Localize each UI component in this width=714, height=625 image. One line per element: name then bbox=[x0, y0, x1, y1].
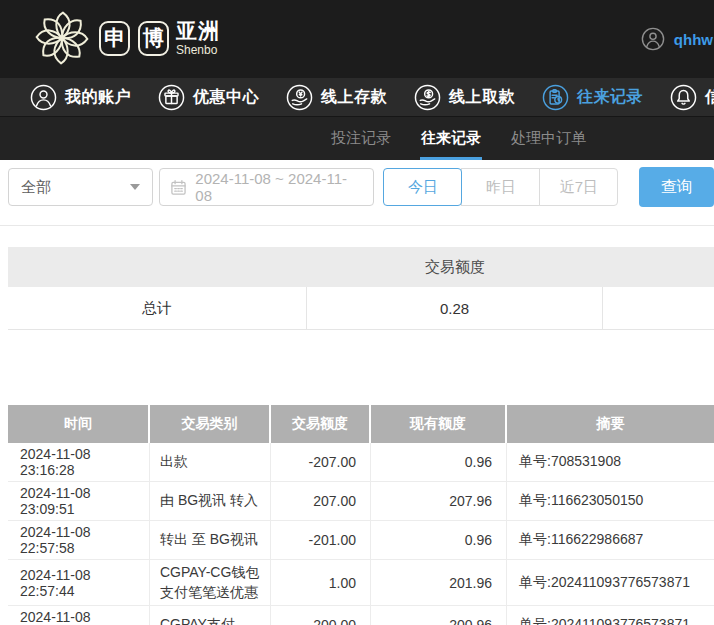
cell-time: 2024-11-08 23:16:28 bbox=[8, 443, 150, 482]
cell-type: CGPAY支付 bbox=[150, 606, 271, 625]
cell-time: 2024-11-08 22:57:44 bbox=[8, 606, 150, 625]
summary-header-amount: 交易额度 bbox=[307, 247, 603, 287]
bell-icon bbox=[670, 84, 697, 111]
logo-brand-en-text: Shenbo bbox=[176, 44, 220, 56]
gift-icon bbox=[158, 84, 185, 111]
cell-amount: 207.00 bbox=[271, 482, 371, 521]
cell-type: 出款 bbox=[150, 443, 271, 482]
summary-table: 交易额度 总计 0.28 bbox=[8, 247, 714, 330]
date-range-value: 2024-11-08 ~ 2024-11-08 bbox=[195, 170, 363, 204]
summary-total-row: 总计 0.28 bbox=[8, 287, 714, 330]
summary-total-label: 总计 bbox=[8, 287, 307, 330]
nav-item-messages[interactable]: 信息 bbox=[670, 84, 714, 111]
filter-bar: 全部 2024-11-08 ~ 2024-11-08 今日 昨日 近7日 查询 bbox=[0, 160, 714, 226]
nav-item-my-account[interactable]: 我的账户 bbox=[30, 84, 131, 111]
main-nav: 我的账户 优惠中心 线上存款 bbox=[0, 78, 714, 117]
summary-header-spacer bbox=[8, 247, 307, 287]
cell-memo: 单号:116622986687 bbox=[507, 521, 714, 560]
table-row: 2024-11-08 22:57:44 CGPAY支付 200.00 200.9… bbox=[8, 606, 714, 625]
search-button[interactable]: 查询 bbox=[639, 167, 714, 207]
cell-amount: -207.00 bbox=[271, 443, 371, 482]
app-header: 申 博 亚洲 Shenbo qhhw bbox=[0, 0, 714, 78]
nav-label: 优惠中心 bbox=[193, 87, 259, 108]
cell-amount: 200.00 bbox=[271, 606, 371, 625]
chevron-down-icon bbox=[130, 184, 140, 190]
logo-char-bo: 博 bbox=[138, 21, 169, 56]
summary-header-spacer bbox=[603, 247, 714, 287]
cell-balance: 0.96 bbox=[371, 443, 507, 482]
select-value: 全部 bbox=[21, 178, 51, 197]
col-header-time: 时间 bbox=[8, 405, 150, 443]
nav-item-withdraw[interactable]: 线上取款 bbox=[414, 84, 515, 111]
transactions-table: 时间 交易类别 交易额度 现有额度 摘要 2024-11-08 23:16:28… bbox=[8, 405, 714, 625]
nav-item-records[interactable]: 往来记录 bbox=[542, 84, 643, 111]
cell-type: 由 BG视讯 转入 bbox=[150, 482, 271, 521]
flower-logo-icon bbox=[33, 9, 91, 67]
summary-total-value: 0.28 bbox=[307, 287, 603, 330]
cell-balance: 207.96 bbox=[371, 482, 507, 521]
cell-time: 2024-11-08 22:57:44 bbox=[8, 560, 150, 606]
screen: 申 博 亚洲 Shenbo qhhw 我的账户 bbox=[0, 0, 714, 625]
records-tabbar: 投注记录 往来记录 处理中订单 bbox=[0, 117, 714, 160]
tab-label: 投注记录 bbox=[331, 129, 391, 148]
cell-time: 2024-11-08 22:57:58 bbox=[8, 521, 150, 560]
today-button[interactable]: 今日 bbox=[383, 168, 462, 206]
cell-memo: 单号:202411093776573871 bbox=[507, 560, 714, 606]
user-icon bbox=[30, 84, 57, 111]
logo-wordmark: 亚洲 Shenbo bbox=[176, 20, 220, 56]
nav-label: 我的账户 bbox=[65, 87, 131, 108]
nav-label: 信息 bbox=[705, 87, 714, 108]
nav-label: 线上取款 bbox=[449, 87, 515, 108]
date-range-input[interactable]: 2024-11-08 ~ 2024-11-08 bbox=[159, 168, 374, 206]
tab-label: 处理中订单 bbox=[511, 129, 586, 148]
tab-transaction-records[interactable]: 往来记录 bbox=[420, 117, 482, 160]
user-avatar-icon bbox=[641, 27, 665, 51]
tab-processing-orders[interactable]: 处理中订单 bbox=[510, 117, 587, 160]
yesterday-button[interactable]: 昨日 bbox=[461, 168, 540, 206]
records-icon bbox=[542, 84, 569, 111]
cell-type: 转出 至 BG视讯 bbox=[150, 521, 271, 560]
cell-type: CGPAY-CG钱包支付笔笔送优惠 bbox=[150, 560, 271, 606]
nav-label: 往来记录 bbox=[577, 87, 643, 108]
cell-memo: 单号:708531908 bbox=[507, 443, 714, 482]
brand-logo[interactable]: 申 博 亚洲 Shenbo bbox=[33, 9, 220, 67]
cell-memo: 单号:202411093776573871 bbox=[507, 606, 714, 625]
cell-memo: 单号:116623050150 bbox=[507, 482, 714, 521]
table-row: 2024-11-08 23:16:28 出款 -207.00 0.96 单号:7… bbox=[8, 443, 714, 482]
logo-region-text: 亚洲 bbox=[176, 20, 220, 41]
user-account[interactable]: qhhw bbox=[641, 27, 714, 51]
calendar-icon bbox=[170, 179, 187, 196]
username: qhhw bbox=[674, 31, 713, 48]
tab-betting-records[interactable]: 投注记录 bbox=[330, 117, 392, 160]
cell-time: 2024-11-08 23:09:51 bbox=[8, 482, 150, 521]
cell-amount: 1.00 bbox=[271, 560, 371, 606]
transaction-type-select[interactable]: 全部 bbox=[8, 168, 153, 206]
nav-item-deposit[interactable]: 线上存款 bbox=[286, 84, 387, 111]
cell-amount: -201.00 bbox=[271, 521, 371, 560]
deposit-icon bbox=[286, 84, 313, 111]
nav-label: 线上存款 bbox=[321, 87, 387, 108]
col-header-balance: 现有额度 bbox=[371, 405, 507, 443]
col-header-memo: 摘要 bbox=[507, 405, 714, 443]
transactions-header-row: 时间 交易类别 交易额度 现有额度 摘要 bbox=[8, 405, 714, 443]
logo-char-shen: 申 bbox=[99, 21, 130, 56]
last7days-button[interactable]: 近7日 bbox=[539, 168, 618, 206]
col-header-type: 交易类别 bbox=[150, 405, 271, 443]
cell-balance: 201.96 bbox=[371, 560, 507, 606]
cell-balance: 200.96 bbox=[371, 606, 507, 625]
tab-label: 往来记录 bbox=[421, 129, 481, 148]
summary-header-row: 交易额度 bbox=[8, 247, 714, 287]
summary-empty-cell bbox=[603, 287, 714, 330]
quick-date-buttons: 今日 昨日 近7日 bbox=[383, 168, 618, 206]
withdraw-icon bbox=[414, 84, 441, 111]
table-row: 2024-11-08 22:57:58 转出 至 BG视讯 -201.00 0.… bbox=[8, 521, 714, 560]
cell-balance: 0.96 bbox=[371, 521, 507, 560]
col-header-amount: 交易额度 bbox=[271, 405, 371, 443]
table-row: 2024-11-08 22:57:44 CGPAY-CG钱包支付笔笔送优惠 1.… bbox=[8, 560, 714, 606]
table-row: 2024-11-08 23:09:51 由 BG视讯 转入 207.00 207… bbox=[8, 482, 714, 521]
nav-item-promotions[interactable]: 优惠中心 bbox=[158, 84, 259, 111]
